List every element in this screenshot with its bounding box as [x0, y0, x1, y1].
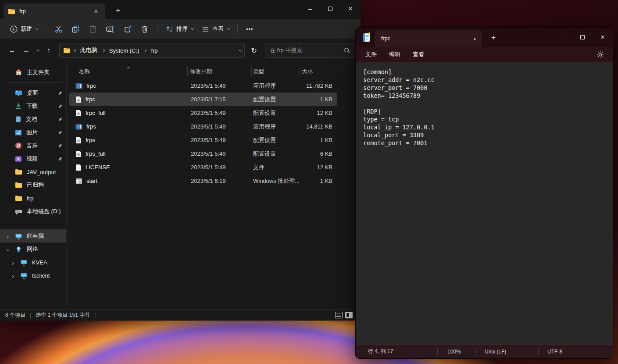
notepad-titlebar[interactable]: frpc • + – × — [356, 28, 613, 47]
chevron-right-icon[interactable] — [11, 272, 14, 279]
notepad-close-button[interactable]: × — [593, 28, 613, 47]
breadcrumb-this-pc[interactable]: 此电脑 — [78, 45, 100, 56]
sidebar-item-label: 文档 — [26, 115, 37, 123]
sidebar-item-local-disk-d[interactable]: 本地磁盘 (D:) — [0, 205, 66, 218]
forward-button[interactable]: → — [19, 43, 33, 57]
file-date: 2023/5/1 5:49 — [191, 120, 226, 133]
sidebar-item-desktop[interactable]: 桌面 — [0, 86, 66, 100]
sidebar-item-frp[interactable]: frp — [0, 192, 66, 205]
file-row-frps-full[interactable]: frps_full 2023/5/1 5:49 配置设置 6 KB — [69, 147, 337, 161]
column-date-modified[interactable]: 修改日期 — [190, 68, 212, 75]
notepad-editor[interactable]: [common] server_addr = n2c.cc server_por… — [356, 62, 613, 344]
paste-button[interactable] — [85, 22, 101, 36]
address-dropdown-icon[interactable] — [239, 48, 242, 51]
file-row-frpc-exe[interactable]: frpc 2023/5/1 5:49 应用程序 11,782 KB — [69, 79, 337, 93]
toolbar-divider — [237, 24, 238, 34]
view-button[interactable]: 查看 — [198, 22, 233, 36]
notepad-maximize-button[interactable] — [572, 28, 593, 47]
status-separator: | — [30, 312, 31, 318]
notepad-tab-frpc[interactable]: frpc • — [375, 30, 482, 47]
refresh-button[interactable]: ↻ — [247, 44, 261, 57]
copy-button[interactable] — [68, 22, 84, 36]
sidebar-item-music[interactable]: 音乐 — [0, 139, 66, 152]
sidebar-item-pictures[interactable]: 图片 — [0, 126, 66, 139]
search-box[interactable]: 在 frp 中搜索 — [265, 43, 355, 58]
videos-icon — [15, 156, 22, 162]
sidebar-item-label: 本地磁盘 (D:) — [27, 207, 61, 215]
new-button-label: 新建 — [21, 25, 32, 33]
column-separator[interactable] — [187, 66, 188, 76]
file-row-start-bat[interactable]: start 2023/5/1 6:19 Windows 批处理... 1 KB — [69, 174, 337, 188]
file-type: Windows 批处理... — [253, 174, 300, 188]
share-button[interactable] — [120, 22, 136, 36]
file-name: frpc — [86, 82, 96, 89]
column-type[interactable]: 类型 — [253, 68, 264, 75]
breadcrumb-frp[interactable]: frp — [149, 46, 160, 55]
close-button[interactable]: × — [340, 0, 361, 18]
sidebar-item-label: tsclient — [32, 272, 50, 279]
address-bar[interactable]: 此电脑 System (C:) frp — [59, 43, 245, 58]
application-icon — [75, 82, 82, 89]
file-row-license[interactable]: LICENSE 2023/5/1 5:49 文件 12 KB — [69, 161, 337, 174]
file-name: start — [86, 178, 97, 184]
sidebar-item-tsclient[interactable]: tsclient — [0, 269, 66, 282]
cut-button[interactable] — [50, 22, 67, 36]
recent-locations-button[interactable] — [33, 43, 42, 57]
maximize-button[interactable] — [320, 0, 340, 18]
search-icon — [344, 47, 350, 54]
chevron-right-icon[interactable] — [11, 259, 14, 266]
sidebar-item-network[interactable]: 网络 — [0, 243, 66, 256]
file-size: 12 KB — [317, 106, 332, 120]
sidebar-item-documents[interactable]: 文档 — [0, 113, 66, 126]
column-separator[interactable] — [337, 66, 337, 76]
file-size: 11,782 KB — [306, 79, 332, 93]
notepad-menubar: 文件 编辑 查看 — [356, 47, 613, 62]
more-options-button[interactable]: ••• — [242, 23, 257, 36]
notepad-minimize-button[interactable]: – — [552, 28, 572, 47]
sidebar-item-downloads[interactable]: 下载 — [0, 100, 66, 113]
settings-gear-icon[interactable] — [597, 51, 604, 58]
up-button[interactable]: ↑ — [42, 43, 56, 57]
new-tab-button[interactable]: + — [112, 5, 124, 16]
minimize-button[interactable]: – — [300, 0, 320, 18]
notepad-new-tab-button[interactable]: + — [487, 32, 500, 44]
new-button[interactable]: 新建 — [6, 22, 41, 36]
file-row-frps-ini[interactable]: frps 2023/5/1 5:49 配置设置 1 KB — [69, 133, 337, 147]
explorer-tab-frp[interactable]: frp × — [4, 4, 105, 19]
sort-button[interactable]: 排序 — [162, 22, 197, 36]
editor-text[interactable]: [common] server_addr = n2c.cc server_por… — [363, 68, 435, 147]
file-row-frpc-ini[interactable]: frpc 2023/5/1 7:15 配置设置 1 KB — [69, 93, 337, 106]
chevron-down-icon — [227, 27, 230, 30]
column-separator[interactable] — [300, 66, 300, 76]
sidebar-item-kvea[interactable]: KVEA — [0, 256, 66, 269]
file-row-frps-exe[interactable]: frps 2023/5/1 5:49 应用程序 14,811 KB — [69, 120, 337, 133]
chevron-right-icon[interactable] — [6, 233, 8, 239]
explorer-window-controls: – × — [300, 0, 361, 18]
menu-edit[interactable]: 编辑 — [384, 48, 406, 61]
column-separator[interactable] — [251, 66, 252, 76]
tab-close-icon[interactable]: × — [91, 7, 101, 16]
column-size[interactable]: 大小 — [302, 68, 313, 75]
menu-view[interactable]: 查看 — [407, 48, 429, 61]
zoom-level[interactable]: 100% — [438, 349, 475, 355]
chevron-down-icon[interactable] — [6, 246, 8, 253]
rename-button[interactable]: A — [102, 22, 119, 36]
details-view-toggle-icon[interactable] — [335, 312, 343, 318]
drive-icon — [15, 208, 22, 215]
file-row-frpc-full[interactable]: frpc_full 2023/5/1 5:49 配置设置 12 KB — [69, 106, 337, 120]
menu-file[interactable]: 文件 — [360, 48, 382, 61]
sidebar-item-home[interactable]: 主文件夹 — [0, 66, 66, 79]
computer-icon — [20, 272, 28, 279]
sidebar-item-videos[interactable]: 视频 — [0, 152, 66, 165]
back-button[interactable]: ← — [5, 43, 19, 57]
breadcrumb-system-c[interactable]: System (C:) — [107, 46, 142, 55]
sidebar-item-jav-output[interactable]: JAV_output — [0, 165, 66, 178]
sidebar-item-archived[interactable]: 已归档 — [0, 178, 66, 192]
pictures-icon — [15, 129, 22, 136]
column-name[interactable]: 名称 — [79, 68, 90, 75]
sidebar-item-this-pc[interactable]: 此电脑 — [0, 229, 66, 243]
explorer-status-bar: 8 个项目 | 选中 1 个项目 151 字节 | — [0, 309, 361, 321]
delete-button[interactable] — [137, 22, 153, 36]
large-icons-view-toggle-icon[interactable] — [345, 312, 353, 318]
file-size: 1 KB — [320, 133, 332, 147]
